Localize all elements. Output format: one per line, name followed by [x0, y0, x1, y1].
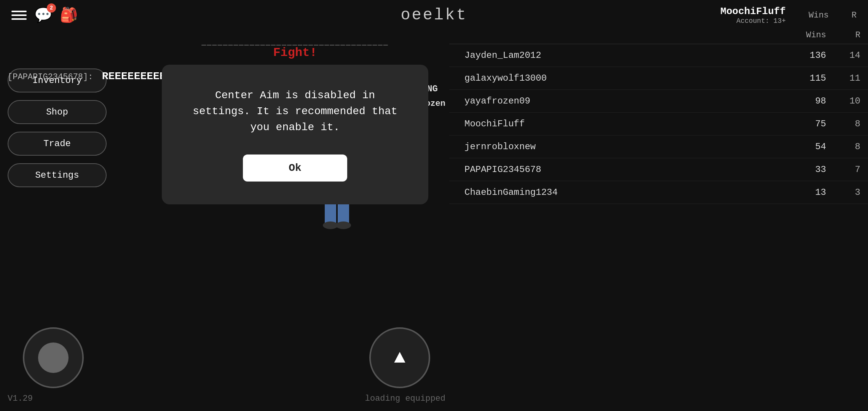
player-wins: 33	[792, 164, 838, 175]
name-column-header	[457, 30, 792, 40]
player-wins: 115	[792, 73, 838, 83]
action-button[interactable]: ▲	[369, 327, 430, 388]
table-row: Jayden_Lam2012 136 14	[449, 44, 868, 67]
table-row: MoochiFluff 75 8	[449, 113, 868, 135]
svg-point-15	[336, 221, 351, 229]
leaderboard: Wins R Jayden_Lam2012 136 14 galaxywolf1…	[449, 27, 868, 204]
left-menu: Inventory Shop Trade Settings	[8, 68, 107, 187]
r-column-header: R	[852, 11, 857, 20]
wins-header: Wins	[792, 30, 838, 40]
ok-button[interactable]: Ok	[243, 155, 347, 182]
settings-button[interactable]: Settings	[8, 163, 107, 187]
username: MoochiFluff	[720, 6, 786, 17]
table-row: yayafrozen09 98 10	[449, 90, 868, 113]
up-arrow-icon: ▲	[394, 347, 405, 369]
player-r: 10	[838, 96, 860, 106]
user-info: MoochiFluff Account: 13+	[720, 6, 786, 25]
shop-button[interactable]: Shop	[8, 100, 107, 124]
player-name: galaxywolf13000	[457, 73, 792, 83]
joystick[interactable]	[23, 327, 84, 388]
player-r: 3	[838, 187, 860, 198]
table-row: PAPAPIG2345678 33 7	[449, 158, 868, 181]
notification-badge: 2	[47, 3, 56, 13]
player-name: Jayden_Lam2012	[457, 50, 792, 61]
chat-button[interactable]: 💬 2	[34, 6, 52, 24]
bag-icon[interactable]: 🎒	[60, 6, 78, 24]
loading-text: loading equipped	[365, 394, 445, 403]
player-name: yayafrozen09	[457, 96, 792, 106]
hamburger-menu-icon[interactable]	[11, 11, 27, 20]
player-r: 8	[838, 119, 860, 129]
player-name: ChaebinGaming1234	[457, 187, 792, 198]
player-wins: 136	[792, 50, 838, 61]
chat-player-name: [PAPAPIG2345678]:	[8, 72, 93, 82]
player-wins: 13	[792, 187, 838, 198]
player-name: jernrobloxnew	[457, 142, 792, 152]
account-info: Account: 13+	[720, 17, 786, 25]
dialog-box: Center Aim is disabled in settings. It i…	[162, 65, 428, 204]
version-text: V1.29	[8, 394, 33, 403]
player-r: 7	[838, 164, 860, 175]
r-header: R	[838, 30, 860, 40]
player-wins: 54	[792, 142, 838, 152]
player-r: 8	[838, 142, 860, 152]
dialog-message: Center Aim is disabled in settings. It i…	[192, 88, 398, 135]
top-left-icons: 💬 2 🎒	[11, 6, 78, 24]
wins-column-header: Wins	[809, 11, 829, 20]
joystick-inner	[38, 342, 69, 373]
game-title: oeelkt	[400, 6, 467, 24]
top-bar: 💬 2 🎒 oeelkt MoochiFluff Account: 13+ Wi…	[0, 0, 868, 30]
table-row: ChaebinGaming1234 13 3	[449, 181, 868, 204]
table-row: jernrobloxnew 54 8	[449, 135, 868, 158]
player-name: PAPAPIG2345678	[457, 164, 792, 175]
leaderboard-header: Wins R	[449, 27, 868, 44]
trade-button[interactable]: Trade	[8, 132, 107, 156]
player-r: 14	[838, 50, 860, 61]
top-right: MoochiFluff Account: 13+ Wins R	[720, 6, 857, 25]
player-name: MoochiFluff	[457, 119, 792, 129]
player-wins: 98	[792, 96, 838, 106]
table-row: galaxywolf13000 115 11	[449, 67, 868, 90]
player-r: 11	[838, 73, 860, 83]
player-wins: 75	[792, 119, 838, 129]
